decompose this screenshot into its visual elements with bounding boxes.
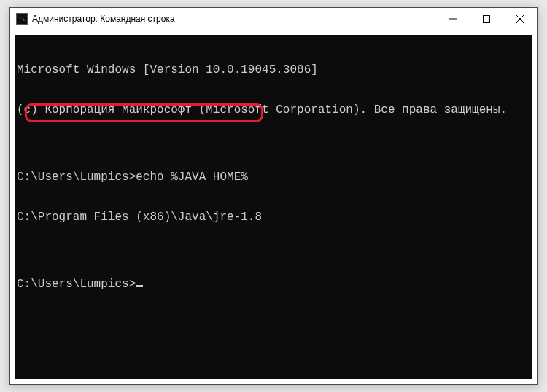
cmd-icon: C:\.	[16, 13, 28, 25]
terminal-area[interactable]: Microsoft Windows [Version 10.0.19045.30…	[15, 35, 532, 379]
terminal-prompt: C:\Users\Lumpics>	[17, 278, 136, 291]
cmd-window: C:\. Администратор: Командная строка Mic…	[9, 7, 538, 385]
minimize-button[interactable]	[436, 8, 470, 30]
terminal-line: C:\Users\Lumpics>echo %JAVA_HOME%	[17, 170, 532, 184]
cursor-icon	[136, 285, 143, 287]
window-title: Администратор: Командная строка	[32, 14, 436, 24]
titlebar: C:\. Администратор: Командная строка	[10, 8, 537, 30]
maximize-button[interactable]	[470, 8, 503, 30]
close-button[interactable]	[503, 8, 537, 30]
terminal-prompt-row: C:\Users\Lumpics>	[17, 278, 532, 291]
terminal-line: Microsoft Windows [Version 10.0.19045.30…	[17, 63, 532, 77]
terminal-line: C:\Program Files (x86)\Java\jre-1.8	[17, 211, 532, 224]
terminal-line: (c) Корпорация Майкрософт (Microsoft Cor…	[17, 103, 532, 117]
window-content: Microsoft Windows [Version 10.0.19045.30…	[10, 30, 537, 384]
svg-rect-1	[484, 16, 490, 23]
window-controls	[436, 8, 537, 30]
